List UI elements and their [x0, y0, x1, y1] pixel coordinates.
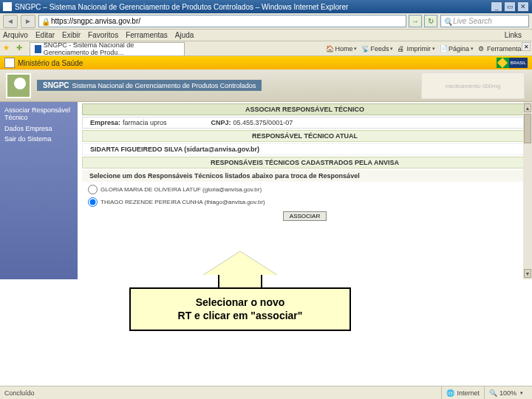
brasil-flag-icon: BRASIL	[497, 58, 528, 68]
rt-atual-value: SIDARTA FIGUEIREDO SILVA (sidarta@anvisa…	[82, 143, 528, 155]
status-zone: 🌐 Internet	[441, 386, 484, 399]
associar-button[interactable]: ASSOCIAR	[283, 211, 327, 221]
favorites-star-icon[interactable]: ★	[3, 44, 13, 54]
search-icon: 🔍	[443, 18, 451, 25]
close-button[interactable]: ✕	[517, 1, 529, 12]
zoom-icon: 🔍	[489, 389, 497, 397]
scroll-thumb[interactable]	[524, 114, 531, 143]
ie-icon	[3, 2, 12, 11]
home-icon: 🏠	[326, 45, 333, 52]
search-input[interactable]: 🔍 Live Search	[440, 15, 529, 27]
sidebar-item-associar-rt[interactable]: Associar Responsável Técnico	[0, 105, 78, 123]
tab-label: SNGPC - Sistema Nacional de Gerenciament…	[44, 42, 180, 55]
search-placeholder: Live Search	[453, 17, 492, 25]
close-tabs-button[interactable]: ✕	[522, 42, 531, 51]
content-scrollbar[interactable]: ▲ ▼	[523, 102, 532, 279]
app-brand: SNGPC Sistema Nacional de Gerenciamento …	[37, 80, 262, 91]
go-button[interactable]: →	[409, 15, 422, 27]
refresh-button[interactable]: ↻	[424, 15, 437, 27]
annotation-callout: Selecionar o novo RT e clicar em "associ…	[129, 251, 351, 331]
tab-favicon-icon	[35, 45, 41, 53]
menu-bar: Arquivo Editar Exibir Favoritos Ferramen…	[0, 30, 532, 41]
sngpc-logo-icon	[6, 73, 31, 98]
lock-icon: 🔒	[41, 18, 49, 25]
arrow-up-icon	[203, 251, 277, 275]
scroll-down-icon[interactable]: ▼	[524, 269, 531, 278]
gov-header: Ministério da Saúde BRASIL	[0, 56, 532, 69]
rt-option-1[interactable]: THIAGO REZENDE PEREIRA CUNHA (thiago@anv…	[78, 196, 532, 208]
section-header: ASSOCIAR RESPONSÁVEL TÉCNICO	[82, 103, 528, 115]
sidebar-item-dados-empresa[interactable]: Dados Empresa	[0, 123, 78, 134]
gear-icon: ⚙	[478, 45, 485, 52]
url-text: https://sngpc.anvisa.gov.br/	[51, 17, 140, 25]
company-info-bar: Empresa:farmacia upros CNPJ:05.455.375/0…	[82, 117, 528, 129]
cmd-print[interactable]: 🖨Imprimir▾	[398, 45, 435, 52]
rt-option-0[interactable]: GLORIA MARIA DE OLIVEIRA LATUF (gloria@a…	[78, 183, 532, 196]
links-label[interactable]: Links	[505, 31, 522, 39]
forward-button[interactable]: ►	[21, 15, 35, 28]
print-icon: 🖨	[398, 45, 405, 52]
status-bar: Concluído 🌐 Internet 🔍 100%▾	[0, 386, 532, 399]
feeds-icon: 📡	[361, 45, 369, 52]
window-titlebar: SNGPC – Sistema Nacional de Gerenciament…	[0, 0, 532, 13]
menu-editar[interactable]: Editar	[35, 31, 55, 39]
sidebar: Associar Responsável Técnico Dados Empre…	[0, 102, 78, 279]
rt-radio-0[interactable]	[88, 185, 98, 194]
rt-radio-1[interactable]	[88, 197, 98, 207]
banner-artwork: medicamento 000mg	[421, 72, 525, 99]
sidebar-item-sair[interactable]: Sair do Sistema	[0, 134, 78, 144]
back-button[interactable]: ◄	[3, 15, 18, 28]
menu-ferramentas[interactable]: Ferramentas	[126, 31, 168, 39]
status-text: Concluído	[4, 389, 35, 397]
window-title: SNGPC – Sistema Nacional de Gerenciament…	[15, 3, 348, 11]
add-favorites-icon[interactable]: ✚	[16, 44, 27, 54]
tab-sngpc[interactable]: SNGPC - Sistema Nacional de Gerenciament…	[30, 42, 185, 55]
menu-ajuda[interactable]: Ajuda	[175, 31, 194, 39]
callout-box: Selecionar o novo RT e clicar em "associ…	[129, 287, 351, 331]
cmd-page[interactable]: 📄Página▾	[440, 45, 474, 52]
page-icon: 📄	[440, 45, 447, 52]
maximize-button[interactable]: ▭	[504, 1, 516, 12]
status-zoom[interactable]: 🔍 100%▾	[484, 386, 528, 399]
menu-favoritos[interactable]: Favoritos	[88, 31, 118, 39]
rt-cadastrados-header: RESPONSÁVEIS TÉCNICOS CADASTRADOS PELA A…	[82, 157, 528, 168]
gov-logo-icon	[4, 58, 15, 68]
ministry-label: Ministério da Saúde	[18, 59, 83, 67]
instruction-text: Selecione um dos Responsáveis Técnicos l…	[82, 170, 528, 182]
menu-arquivo[interactable]: Arquivo	[3, 31, 28, 39]
scroll-up-icon[interactable]: ▲	[524, 103, 531, 112]
cmd-home[interactable]: 🏠Home▾	[326, 45, 357, 52]
internet-icon: 🌐	[446, 389, 454, 397]
menu-exibir[interactable]: Exibir	[62, 31, 81, 39]
address-input[interactable]: 🔒 https://sngpc.anvisa.gov.br/	[38, 15, 406, 27]
minimize-button[interactable]: _	[491, 1, 502, 12]
app-banner: SNGPC Sistema Nacional de Gerenciamento …	[0, 69, 532, 102]
tab-row: ★ ✚ SNGPC - Sistema Nacional de Gerencia…	[0, 41, 532, 56]
cmd-feeds[interactable]: 📡Feeds▾	[361, 45, 393, 52]
rt-atual-header: RESPONSÁVEL TÉCNICO ATUAL	[82, 130, 528, 142]
command-bar: 🏠Home▾ 📡Feeds▾ 🖨Imprimir▾ 📄Página▾ ⚙Ferr…	[326, 45, 529, 52]
address-toolbar: ◄ ► 🔒 https://sngpc.anvisa.gov.br/ → ↻ 🔍…	[0, 13, 532, 30]
